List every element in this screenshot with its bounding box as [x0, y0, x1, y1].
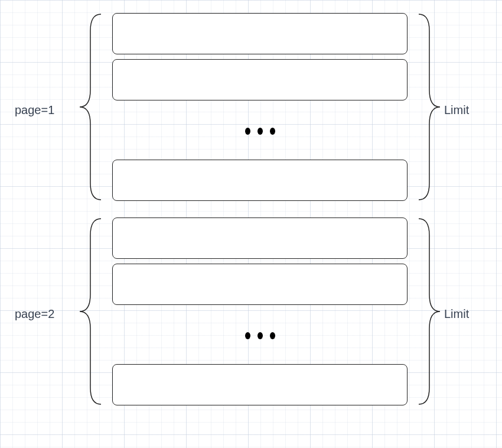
page-group-1	[112, 13, 408, 202]
row-box	[112, 160, 408, 201]
row-box	[112, 364, 408, 405]
ellipsis-icon	[112, 125, 408, 136]
pagination-diagram: page=1 page=2 Limit Limit	[0, 0, 502, 448]
brace-left-icon	[67, 217, 108, 405]
row-box	[112, 217, 408, 259]
limit-label-2: Limit	[444, 307, 469, 321]
row-box	[112, 59, 408, 100]
page-label-1: page=1	[15, 103, 54, 117]
page-group-2	[112, 217, 408, 407]
row-box	[112, 13, 408, 54]
brace-left-icon	[67, 13, 108, 201]
row-box	[112, 264, 408, 305]
page-label-2: page=2	[15, 307, 54, 321]
limit-label-1: Limit	[444, 103, 469, 117]
ellipsis-icon	[112, 330, 408, 340]
